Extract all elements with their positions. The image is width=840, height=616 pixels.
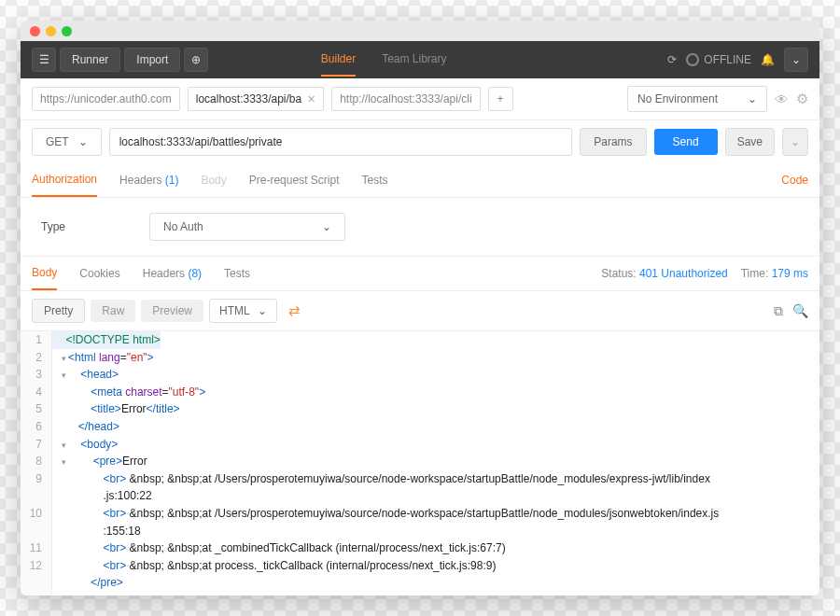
- minimize-icon[interactable]: [46, 26, 56, 36]
- code-line[interactable]: 8▾ <pre>Error: [21, 453, 819, 470]
- auth-type-select[interactable]: No Auth⌄: [149, 213, 345, 241]
- response-tabs: Body Cookies Headers (8) Tests Status: 4…: [21, 257, 819, 291]
- request-subtabs: Authorization Headers (1) Body Pre-reque…: [21, 163, 819, 198]
- search-icon[interactable]: 🔍: [792, 303, 808, 318]
- tab-headers[interactable]: Headers (1): [119, 164, 178, 196]
- titlebar: [21, 21, 819, 41]
- tab-body[interactable]: Body: [32, 257, 57, 290]
- status-info: Status: 401 Unauthorized Time: 179 ms: [601, 267, 808, 280]
- code-line[interactable]: 1 <!DOCTYPE html>: [21, 331, 819, 349]
- code-line[interactable]: 5 <title>Error</title>: [21, 400, 819, 418]
- tab-builder[interactable]: Builder: [321, 43, 356, 77]
- runner-button[interactable]: Runner: [60, 48, 120, 72]
- gear-icon[interactable]: ⚙: [796, 91, 808, 107]
- tab-team-library[interactable]: Team Library: [382, 43, 446, 77]
- request-tab-0[interactable]: https://unicoder.auth0.com: [32, 87, 180, 111]
- environment-select[interactable]: No Environment⌄: [627, 86, 767, 112]
- code-line[interactable]: :155:18: [21, 523, 819, 540]
- code-line[interactable]: 6 </head>: [21, 418, 819, 436]
- code-line[interactable]: 9 <br> &nbsp; &nbsp;at /Users/prosperote…: [21, 470, 819, 488]
- type-label: Type: [41, 220, 65, 233]
- code-line[interactable]: </pre>: [21, 574, 819, 592]
- chevron-down-icon: ⌄: [322, 220, 331, 233]
- url-input[interactable]: [109, 128, 573, 156]
- auth-type-row: Type No Auth⌄: [21, 198, 819, 257]
- request-tab-1[interactable]: localhost:3333/api/ba✕: [188, 87, 324, 111]
- tab-authorization[interactable]: Authorization: [32, 163, 97, 197]
- sync-icon[interactable]: ⟳: [667, 53, 677, 66]
- tab-prerequest[interactable]: Pre-request Script: [249, 164, 340, 196]
- view-pretty[interactable]: Pretty: [32, 299, 85, 323]
- request-tab-2[interactable]: http://localhost:3333/api/cli: [331, 87, 480, 111]
- params-button[interactable]: Params: [580, 128, 646, 156]
- new-tab-icon[interactable]: ⊕: [184, 48, 208, 72]
- method-select[interactable]: GET⌄: [32, 128, 102, 156]
- view-preview[interactable]: Preview: [141, 300, 203, 322]
- save-button[interactable]: Save: [725, 128, 775, 156]
- time-value: 179 ms: [772, 267, 808, 280]
- tab-headers[interactable]: Headers (8): [143, 258, 202, 289]
- code-link[interactable]: Code: [781, 174, 808, 187]
- request-row: GET⌄ Params Send Save ⌄: [21, 120, 819, 163]
- code-line[interactable]: .js:100:22: [21, 487, 819, 505]
- sidebar-toggle-icon[interactable]: ☰: [32, 48, 56, 72]
- code-line[interactable]: 12 <br> &nbsp; &nbsp;at process._tickCal…: [21, 557, 819, 575]
- code-line[interactable]: 13 </body>: [21, 592, 819, 595]
- app-window: ☰ Runner Import ⊕ Builder Team Library ⟳…: [21, 21, 819, 595]
- code-line[interactable]: 2▾<html lang="en">: [21, 349, 819, 367]
- code-line[interactable]: 4 <meta charset="utf-8">: [21, 384, 819, 401]
- code-line[interactable]: 7▾ <body>: [21, 436, 819, 454]
- tab-body[interactable]: Body: [201, 164, 226, 196]
- response-body[interactable]: 1 <!DOCTYPE html>2▾<html lang="en">3▾ <h…: [21, 331, 819, 595]
- send-button[interactable]: Send: [654, 129, 718, 155]
- tab-tests[interactable]: Tests: [361, 164, 387, 196]
- wrap-icon[interactable]: ⇄: [283, 302, 306, 319]
- status-value: 401 Unauthorized: [639, 267, 728, 280]
- chevron-down-icon: ⌄: [258, 304, 267, 317]
- user-menu-icon[interactable]: ⌄: [784, 48, 808, 72]
- format-select[interactable]: HTML⌄: [209, 299, 277, 323]
- offline-status: OFFLINE: [686, 53, 751, 66]
- request-tabs-row: https://unicoder.auth0.com localhost:333…: [21, 78, 819, 120]
- tab-tests[interactable]: Tests: [224, 258, 250, 289]
- view-options-row: Pretty Raw Preview HTML⌄ ⇄ ⧉ 🔍: [21, 291, 819, 331]
- code-line[interactable]: 3▾ <head>: [21, 366, 819, 384]
- close-icon[interactable]: ✕: [307, 93, 315, 105]
- copy-icon[interactable]: ⧉: [774, 303, 783, 319]
- import-button[interactable]: Import: [124, 48, 180, 72]
- close-icon[interactable]: [30, 26, 40, 36]
- save-options-button[interactable]: ⌄: [782, 128, 808, 156]
- view-raw[interactable]: Raw: [91, 300, 135, 322]
- maximize-icon[interactable]: [62, 26, 72, 36]
- toolbar: ☰ Runner Import ⊕ Builder Team Library ⟳…: [21, 41, 819, 78]
- notifications-icon[interactable]: 🔔: [761, 53, 775, 66]
- eye-icon[interactable]: 👁: [775, 91, 789, 107]
- chevron-down-icon: ⌄: [78, 135, 88, 148]
- tab-cookies[interactable]: Cookies: [79, 258, 119, 289]
- code-line[interactable]: 10 <br> &nbsp; &nbsp;at /Users/prosperot…: [21, 505, 819, 523]
- new-request-tab[interactable]: +: [488, 87, 513, 111]
- chevron-down-icon: ⌄: [748, 92, 757, 105]
- code-line[interactable]: 11 <br> &nbsp; &nbsp;at _combinedTickCal…: [21, 539, 819, 557]
